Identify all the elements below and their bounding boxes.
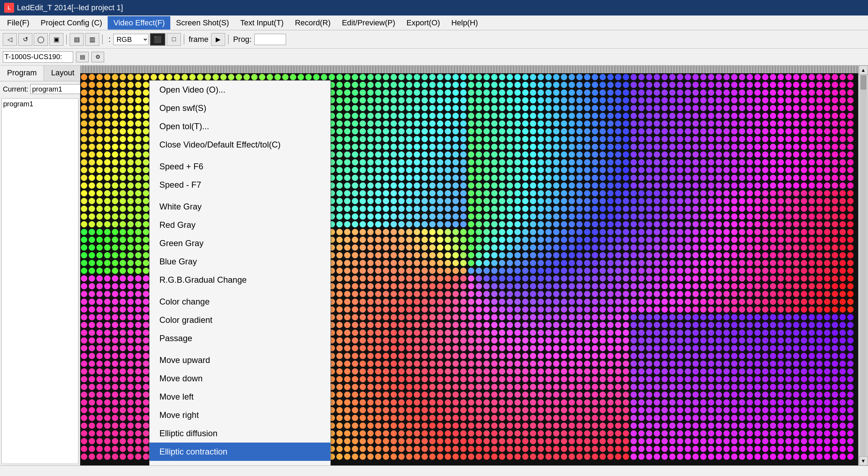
scroll-up-btn[interactable]: ▲ <box>859 65 868 75</box>
menu-rectangular-diffusion[interactable]: Rectangular diffusion <box>150 461 330 465</box>
current-label-text: Current: <box>3 85 28 93</box>
toolbar-btn-1[interactable]: ◁ <box>3 33 17 46</box>
menu-edit-preview[interactable]: Edit/Preview(P) <box>336 16 401 30</box>
menu-text-input[interactable]: Text Input(T) <box>235 16 289 30</box>
menu-white-gray[interactable]: White Gray <box>150 198 330 216</box>
sep-2 <box>150 194 330 198</box>
menu-move-left[interactable]: Move left <box>150 388 330 406</box>
prog-label: Prog: <box>233 35 252 44</box>
device-btn-2[interactable]: ⚙ <box>91 52 104 62</box>
menu-elliptic-diffusion[interactable]: Elliptic diffusion <box>150 424 330 443</box>
frame-btn[interactable]: ▶ <box>211 33 225 46</box>
toolbar-sep-3 <box>184 35 184 44</box>
menu-passage[interactable]: Passage <box>150 329 330 347</box>
toolbar-btn-2[interactable]: ↺ <box>18 33 32 46</box>
menu-rgb-gradual[interactable]: R.G.B.Gradual Change <box>150 271 330 289</box>
device-btn-1[interactable]: ▤ <box>76 52 89 62</box>
scroll-thumb <box>861 75 866 89</box>
menu-red-gray[interactable]: Red Gray <box>150 216 330 234</box>
menu-move-upward[interactable]: Move upward <box>150 351 330 369</box>
program-list: program1 <box>1 98 78 464</box>
toolbar-btn-6[interactable]: ▥ <box>85 33 99 46</box>
menu-speed-minus[interactable]: Speed - F7 <box>150 176 330 194</box>
menu-open-swf[interactable]: Open swf(S) <box>150 99 330 117</box>
sep-1 <box>150 154 330 157</box>
menu-elliptic-contraction[interactable]: Elliptic contraction <box>150 443 330 461</box>
current-row: Current: <box>0 81 80 97</box>
color-picker-btn[interactable]: ⬛ <box>150 33 165 46</box>
device-bar: ▤ ⚙ <box>0 49 868 65</box>
scroll-track <box>861 75 866 456</box>
menu-open-video[interactable]: Open Video (O)... <box>150 81 330 99</box>
menu-bar: File(F) Project Config (C) Video Effect(… <box>0 15 868 30</box>
app-icon: L <box>4 3 14 13</box>
menu-project-config[interactable]: Project Config (C) <box>35 16 108 30</box>
led-progress-bar <box>80 65 858 73</box>
menu-record[interactable]: Record(R) <box>289 16 336 30</box>
menu-move-down[interactable]: Move down <box>150 369 330 388</box>
tab-layout[interactable]: Layout <box>44 65 82 81</box>
dropdown-menu: Open Video (O)... Open swf(S) Open tol(T… <box>149 80 331 465</box>
tab-program[interactable]: Program <box>0 65 44 81</box>
status-bar <box>0 465 868 476</box>
menu-file[interactable]: File(F) <box>1 16 35 30</box>
toolbar-sep-2 <box>102 35 103 44</box>
menu-close-video[interactable]: Close Video/Default Effect/tol(C) <box>150 136 330 154</box>
toolbar-btn-5[interactable]: ▤ <box>70 33 84 46</box>
menu-help[interactable]: Help(H) <box>446 16 484 30</box>
toolbar-sep-4 <box>228 35 229 44</box>
menu-color-change[interactable]: Color change <box>150 293 330 311</box>
window-title: LedEdit_T 2014[--led project 1] <box>17 3 123 12</box>
menu-export[interactable]: Export(O) <box>401 16 445 30</box>
sep-3 <box>150 289 330 293</box>
color-mode-label: : <box>108 35 110 44</box>
menu-speed-plus[interactable]: Speed + F6 <box>150 157 330 176</box>
left-panel: Program Layout Current: program1 <box>0 65 80 465</box>
menu-move-right[interactable]: Move right <box>150 406 330 424</box>
frame-label: frame <box>189 35 208 44</box>
prog-input[interactable] <box>254 34 286 45</box>
menu-screenshot[interactable]: Screen Shot(S) <box>170 16 234 30</box>
right-scrollbar: ▲ ▼ <box>858 65 868 465</box>
scroll-down-btn[interactable]: ▼ <box>859 456 868 465</box>
program-tabs: Program Layout <box>0 65 80 81</box>
menu-green-gray[interactable]: Green Gray <box>150 234 330 252</box>
menu-video-effect[interactable]: Video Effect(F) <box>108 16 170 30</box>
title-bar: L LedEdit_T 2014[--led project 1] <box>0 0 868 15</box>
toolbar-sep-1 <box>66 35 67 44</box>
toolbar-btn-3[interactable]: ◯ <box>34 33 48 46</box>
list-item[interactable]: program1 <box>3 100 77 108</box>
menu-blue-gray[interactable]: Blue Gray <box>150 252 330 271</box>
device-id-input[interactable] <box>3 51 73 63</box>
color-mode-select[interactable]: RGB <box>113 34 148 45</box>
color-extra-btn[interactable]: □ <box>167 33 181 46</box>
sep-4 <box>150 347 330 351</box>
toolbar-btn-4[interactable]: ▣ <box>49 33 63 46</box>
menu-open-tol[interactable]: Open tol(T)... <box>150 117 330 136</box>
canvas-area: Open Video (O)... Open swf(S) Open tol(T… <box>80 65 858 465</box>
menu-color-gradient[interactable]: Color gradient <box>150 311 330 329</box>
main-layout: Program Layout Current: program1 Open Vi… <box>0 65 868 465</box>
toolbar: ◁ ↺ ◯ ▣ ▤ ▥ : RGB ⬛ □ frame ▶ Prog: <box>0 30 868 49</box>
